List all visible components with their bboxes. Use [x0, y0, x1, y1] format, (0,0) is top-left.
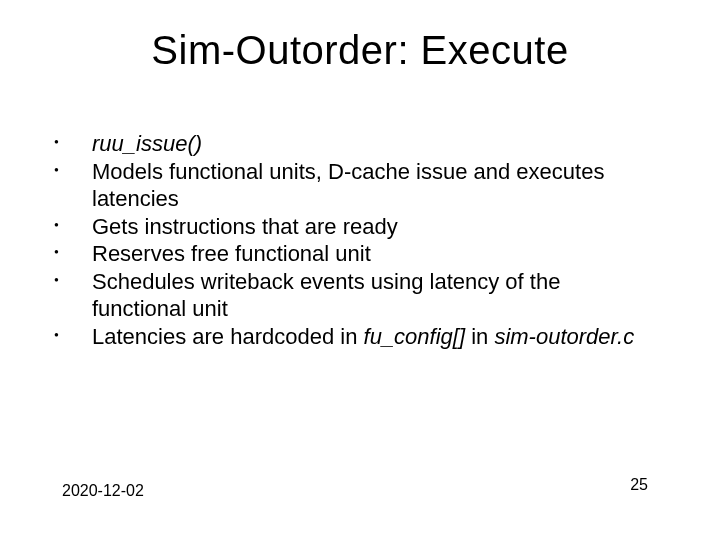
slide: Sim-Outorder: Execute ruu_issue() Models… — [0, 0, 720, 540]
bullet-text: ruu_issue() — [92, 131, 202, 156]
bullet-text: Gets instructions that are ready — [92, 214, 398, 239]
list-item: Gets instructions that are ready — [48, 213, 660, 241]
list-item: ruu_issue() — [48, 130, 660, 158]
footer-date: 2020-12-02 — [62, 482, 144, 500]
bullet-text-prefix: Latencies are hardcoded in — [92, 324, 364, 349]
bullet-text: Models functional units, D-cache issue a… — [92, 159, 604, 212]
bullet-text: Reserves free functional unit — [92, 241, 371, 266]
list-item: Reserves free functional unit — [48, 240, 660, 268]
bullet-list: ruu_issue() Models functional units, D-c… — [48, 130, 660, 350]
bullet-text: Schedules writeback events using latency… — [92, 269, 560, 322]
list-item: Models functional units, D-cache issue a… — [48, 158, 660, 213]
list-item: Schedules writeback events using latency… — [48, 268, 660, 323]
bullet-text-in: in — [465, 324, 494, 349]
footer-page-number: 25 — [630, 476, 648, 494]
slide-body: ruu_issue() Models functional units, D-c… — [48, 130, 660, 350]
list-item: Latencies are hardcoded in fu_config[] i… — [48, 323, 660, 351]
slide-title: Sim-Outorder: Execute — [0, 28, 720, 73]
bullet-text-file: sim-outorder.c — [494, 324, 634, 349]
bullet-text-code: fu_config[] — [364, 324, 466, 349]
